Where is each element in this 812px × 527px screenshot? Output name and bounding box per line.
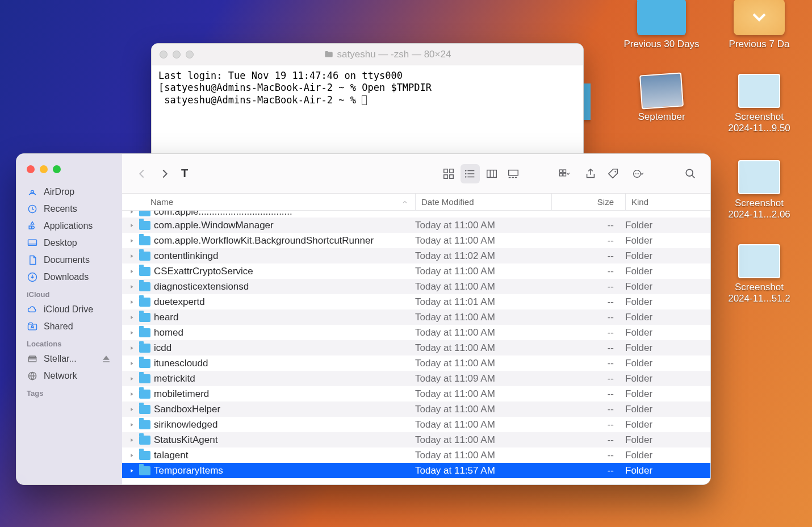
traffic-close[interactable] [27,165,35,173]
traffic-close[interactable] [160,51,168,58]
action-button[interactable] [626,164,651,183]
disclosure-triangle[interactable] [128,391,136,397]
file-row[interactable]: homedToday at 11:00 AM--Folder [122,325,710,340]
folder-icon [139,405,150,414]
sidebar-item-stellar-[interactable]: Stellar... [16,350,122,367]
file-row[interactable]: CSExattrCryptoServiceToday at 11:00 AM--… [122,264,710,279]
disclosure-triangle[interactable] [128,345,136,351]
svg-rect-9 [450,169,453,172]
disclosure-triangle[interactable] [128,407,136,412]
traffic-zoom[interactable] [53,165,61,173]
file-row[interactable]: icddToday at 11:00 AM--Folder [122,340,710,355]
column-header-size[interactable]: Size [551,194,625,210]
file-row[interactable]: com.apple.WindowManagerToday at 11:00 AM… [122,218,710,233]
file-row[interactable]: talagentToday at 11:00 AM--Folder [122,447,710,463]
terminal-titlebar[interactable]: satyeshu — -zsh — 80×24 [152,44,583,65]
file-row[interactable]: com.apple...............................… [122,211,710,218]
disclosure-triangle[interactable] [128,361,136,366]
desktop-item[interactable]: Previous 30 Days [619,0,704,50]
view-list-button[interactable] [461,164,480,183]
disclosure-triangle[interactable] [128,211,136,215]
file-row[interactable]: mobiletimerdToday at 11:00 AM--Folder [122,386,710,401]
file-name: contentlinkingd [154,250,218,262]
share-button[interactable] [581,164,600,183]
sidebar-item-recents[interactable]: Recents [16,200,122,218]
column-header-kind[interactable]: Kind [625,194,710,210]
traffic-minimize[interactable] [40,165,48,173]
file-size: -- [551,220,625,231]
desktop-item[interactable]: Screenshot2024-11...51.2 [717,244,802,304]
file-row[interactable]: TemporaryItemsToday at 11:57 AM--Folder [122,463,710,478]
file-row[interactable]: diagnosticextensionsdToday at 11:00 AM--… [122,279,710,294]
disclosure-triangle[interactable] [128,238,136,244]
traffic-minimize[interactable] [173,51,181,58]
column-header-date[interactable]: Date Modified [415,194,551,210]
finder-main: T Name Date Modified Size Kind [122,154,710,484]
file-kind: Folder [625,388,710,400]
sidebar-item-airdrop[interactable]: AirDrop [16,183,122,200]
view-icons-button[interactable] [439,164,458,183]
sidebar-item-shared[interactable]: Shared [16,318,122,335]
file-list[interactable]: com.apple...............................… [122,211,710,484]
sidebar-item-icloud-drive[interactable]: iCloud Drive [16,301,122,318]
folder-icon [139,236,150,245]
apps-icon [27,220,38,232]
file-row[interactable]: duetexpertdToday at 11:01 AM--Folder [122,294,710,309]
folder-icon [139,451,150,460]
file-kind: Folder [625,419,710,430]
grid-icon [442,168,455,180]
file-row[interactable]: SandboxHelperToday at 11:00 AM--Folder [122,401,710,417]
tags-button[interactable] [604,164,623,183]
search-button[interactable] [681,164,700,183]
disclosure-triangle[interactable] [128,468,136,474]
desktop-item[interactable]: September [619,74,704,123]
finder-window[interactable]: AirDropRecentsApplicationsDesktopDocumen… [16,153,711,485]
file-row[interactable]: StatusKitAgentToday at 11:00 AM--Folder [122,432,710,447]
sidebar-item-documents[interactable]: Documents [16,252,122,269]
desktop-item-label: Screenshot2024-11...2.06 [717,198,802,220]
desktop-icon [27,237,38,249]
file-row[interactable]: com.apple.WorkflowKit.BackgroundShortcut… [122,233,710,248]
view-gallery-button[interactable] [504,164,523,183]
desktop-item[interactable]: Screenshot2024-11...9.50 [717,74,802,134]
folder-icon [139,282,150,291]
sidebar-item-downloads[interactable]: Downloads [16,269,122,286]
disclosure-triangle[interactable] [128,330,136,336]
disclosure-triangle[interactable] [128,437,136,443]
file-row[interactable]: heardToday at 11:00 AM--Folder [122,309,710,325]
disclosure-triangle[interactable] [128,284,136,290]
eject-icon[interactable] [101,353,112,365]
disclosure-triangle[interactable] [128,223,136,228]
folder-icon [139,211,150,216]
file-row[interactable]: contentlinkingdToday at 11:02 AM--Folder [122,248,710,264]
column-header-name[interactable]: Name [122,197,415,207]
nav-forward-button[interactable] [155,164,174,183]
folder-icon [324,49,334,60]
disclosure-triangle[interactable] [128,315,136,320]
grid-group-icon [559,168,571,180]
desktop-item[interactable]: Screenshot2024-11...2.06 [717,160,802,220]
sidebar-item-desktop[interactable]: Desktop [16,235,122,252]
folder-icon [139,221,150,230]
view-columns-button[interactable] [482,164,501,183]
file-size: -- [551,281,625,292]
disclosure-triangle[interactable] [128,376,136,382]
sidebar-item-network[interactable]: Network [16,367,122,384]
disclosure-triangle[interactable] [128,269,136,274]
sidebar-item-applications[interactable]: Applications [16,218,122,235]
group-button[interactable] [553,164,577,183]
file-kind: Folder [625,404,710,415]
disclosure-triangle[interactable] [128,253,136,259]
nav-back-button[interactable] [132,164,152,183]
traffic-zoom[interactable] [186,51,194,58]
file-row[interactable]: itunesclouddToday at 11:00 AM--Folder [122,355,710,371]
disclosure-triangle[interactable] [128,422,136,428]
tag-icon [607,168,620,180]
disclosure-triangle[interactable] [128,299,136,305]
desktop-item[interactable]: Previous 7 Da [717,0,802,50]
sidebar-group-locations: Locations [16,335,122,350]
disclosure-triangle[interactable] [128,453,136,458]
file-row[interactable]: metrickitdToday at 11:09 AM--Folder [122,371,710,386]
file-row[interactable]: siriknowledgedToday at 11:00 AM--Folder [122,417,710,432]
terminal-body[interactable]: Last login: Tue Nov 19 11:47:46 on ttys0… [152,65,583,111]
